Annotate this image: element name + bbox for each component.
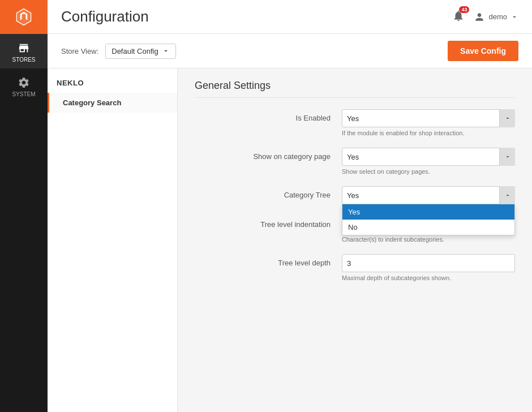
is-enabled-field: Yes No If the module is enabled for shop… <box>342 109 515 136</box>
category-tree-selected: Yes <box>347 191 359 200</box>
tree-level-indentation-label: Tree level indentation <box>195 216 342 229</box>
sidebar: STORES SYSTEM <box>0 0 48 412</box>
sidebar-item-system[interactable]: SYSTEM <box>0 68 48 103</box>
store-view-bar: Store View: Default Config Save Config <box>48 34 532 68</box>
category-tree-arrow-icon <box>499 186 515 204</box>
notification-button[interactable]: 43 <box>452 10 465 24</box>
user-name: demo <box>488 12 507 21</box>
main-content: Configuration 43 demo Store View: <box>48 0 532 412</box>
is-enabled-hint: If the module is enabled for shop intera… <box>342 130 515 136</box>
tree-level-indentation-hint: Character(s) to indent subcategories. <box>342 236 515 243</box>
sidebar-item-system-label: SYSTEM <box>12 91 35 97</box>
settings-content: General Settings Is Enabled Yes No If th… <box>178 68 532 412</box>
category-tree-label: Category Tree <box>195 186 342 199</box>
show-on-category-select[interactable]: Yes No <box>342 148 515 166</box>
category-tree-option-yes[interactable]: Yes <box>342 204 514 220</box>
page-title: Configuration <box>61 8 149 25</box>
section-title: General Settings <box>195 80 515 98</box>
is-enabled-label: Is Enabled <box>195 109 342 122</box>
category-tree-row: Category Tree Yes Yes No <box>195 186 515 204</box>
user-chevron-icon <box>510 13 518 21</box>
tree-level-depth-hint: Maximal depth of subcategories shown. <box>342 274 515 281</box>
show-on-category-hint: Show select on category pages. <box>342 168 515 175</box>
store-view-label: Store View: <box>61 47 98 55</box>
logo <box>0 0 48 34</box>
show-on-category-select-wrapper: Yes No <box>342 148 515 166</box>
category-tree-value[interactable]: Yes <box>342 186 515 204</box>
category-tree-field: Yes Yes No <box>342 186 515 204</box>
notification-badge: 43 <box>459 6 469 13</box>
save-config-button[interactable]: Save Config <box>448 41 518 61</box>
user-menu-button[interactable]: demo <box>474 11 518 23</box>
is-enabled-select[interactable]: Yes No <box>342 109 515 127</box>
tree-level-depth-input[interactable] <box>342 254 515 272</box>
category-tree-option-no[interactable]: No <box>342 220 514 235</box>
header: Configuration 43 demo <box>48 0 532 34</box>
show-on-category-row: Show on category page Yes No Show select… <box>195 148 515 175</box>
sidebar-item-stores-label: STORES <box>12 57 36 63</box>
left-nav-section-label: NEKLO <box>48 73 177 93</box>
is-enabled-select-wrapper: Yes No <box>342 109 515 127</box>
tree-level-depth-row: Tree level depth Maximal depth of subcat… <box>195 254 515 281</box>
sidebar-item-stores[interactable]: STORES <box>0 34 48 68</box>
is-enabled-row: Is Enabled Yes No If the module is enabl… <box>195 109 515 136</box>
store-view-left: Store View: Default Config <box>61 44 176 59</box>
store-view-value: Default Config <box>111 47 158 55</box>
tree-level-depth-label: Tree level depth <box>195 254 342 267</box>
left-nav: NEKLO Category Search <box>48 68 178 412</box>
show-on-category-field: Yes No Show select on category pages. <box>342 148 515 175</box>
category-tree-options: Yes No <box>342 204 515 235</box>
store-view-chevron-icon <box>162 47 170 55</box>
header-actions: 43 demo <box>452 10 518 24</box>
tree-level-depth-field: Maximal depth of subcategories shown. <box>342 254 515 281</box>
left-nav-item-label: Category Search <box>63 98 121 107</box>
content-area: NEKLO Category Search General Settings I… <box>48 68 532 412</box>
left-nav-item-category-search[interactable]: Category Search <box>48 93 177 113</box>
show-on-category-label: Show on category page <box>195 148 342 161</box>
category-tree-dropdown[interactable]: Yes Yes No <box>342 186 515 204</box>
store-view-select[interactable]: Default Config <box>105 44 175 59</box>
